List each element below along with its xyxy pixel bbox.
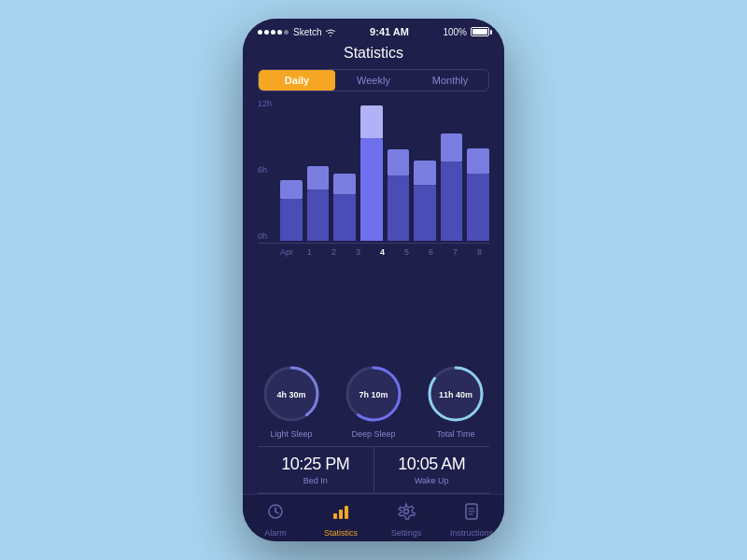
bar-deep[interactable] [333,194,356,241]
bar-group [280,180,303,241]
header: Statistics [243,41,504,69]
nav-label-alarm: Alarm [264,528,287,538]
bar-light[interactable] [467,148,489,174]
bar-group [360,105,383,241]
signal-dots [258,30,289,35]
bar-light[interactable] [333,174,356,194]
x-label-apr: Apr [280,247,293,257]
nav-label-statistics: Statistics [324,528,358,538]
bottom-nav: AlarmStatisticsSettingsInstructions [243,494,504,541]
bar-group [414,161,436,241]
tab-monthly[interactable]: Monthly [412,70,488,91]
carrier-label: Sketch [293,27,322,37]
bar-deep[interactable] [280,199,303,241]
x-label-7: 7 [445,247,465,257]
bar-deep[interactable] [414,185,436,241]
stat-circle-deep-sleep: 7h 10mDeep Sleep [342,362,405,439]
stats-circles: 4h 30mLight Sleep7h 10mDeep Sleep11h 40m… [243,351,504,446]
bar-group [441,133,463,241]
phone-frame: Sketch 9:41 AM 100% Statistics Daily Wee… [243,19,504,541]
nav-item-statistics[interactable]: Statistics [308,502,374,538]
svg-rect-14 [345,506,348,519]
bar-deep[interactable] [307,189,330,241]
svg-text:4h 30m: 4h 30m [276,390,305,399]
y-label-12h: 12h [258,99,272,108]
stat-label: Deep Sleep [351,429,395,439]
wake-time: 10:05 AM [374,455,490,474]
x-label-6: 6 [421,247,441,257]
nav-label-instructions: Instructions [450,528,493,538]
status-left: Sketch [258,27,336,37]
svg-point-15 [404,510,409,514]
chart-area: 12h 6h 0h Apr12345678 [243,99,504,351]
battery-label: 100% [443,27,467,37]
nav-item-instructions[interactable]: Instructions [439,502,504,538]
bed-time-block: 10:25 PM Bed In [258,447,374,493]
period-tabs: Daily Weekly Monthly [258,69,489,91]
bar-light[interactable] [280,180,303,199]
bar-light[interactable] [388,149,410,175]
status-bar: Sketch 9:41 AM 100% [243,19,504,41]
statistics-icon [331,502,350,525]
bar-light[interactable] [307,166,330,189]
y-label-6h: 6h [258,165,272,175]
svg-line-11 [275,511,278,513]
stat-circle-total-time: 11h 40mTotal Time [424,362,487,439]
svg-rect-13 [339,510,343,519]
bars [280,99,489,243]
bar-deep[interactable] [467,174,489,241]
status-right: 100% [443,27,489,37]
wake-time-block: 10:05 AM Wake Up [374,447,490,493]
bar-group [307,166,330,241]
bar-deep[interactable] [441,161,463,241]
bed-time-label: Bed In [258,476,374,485]
instructions-icon [462,502,481,525]
x-label-4: 4 [373,247,392,257]
bar-light[interactable] [414,161,436,185]
bar-deep[interactable] [360,138,383,241]
svg-rect-12 [333,513,337,519]
svg-text:11h 40m: 11h 40m [439,390,472,399]
battery-icon [471,27,489,36]
x-label-1: 1 [300,247,319,257]
x-label-2: 2 [324,247,344,257]
x-axis-labels: Apr12345678 [258,244,489,257]
bar-chart: 12h 6h 0h [258,99,489,244]
wake-time-label: Wake Up [374,476,490,485]
stat-label: Total Time [436,429,474,439]
wifi-icon [325,28,336,36]
times-row: 10:25 PM Bed In 10:05 AM Wake Up [258,446,489,494]
settings-icon [397,502,416,525]
bar-light[interactable] [360,105,383,138]
stat-label: Light Sleep [270,429,312,439]
svg-text:7h 10m: 7h 10m [359,390,388,399]
nav-label-settings: Settings [391,528,422,538]
nav-item-alarm[interactable]: Alarm [243,502,308,538]
x-label-3: 3 [348,247,368,257]
alarm-icon [266,502,285,525]
page-title: Statistics [243,45,504,62]
y-axis-labels: 12h 6h 0h [258,99,272,243]
nav-item-settings[interactable]: Settings [374,502,439,538]
x-label-8: 8 [470,247,489,257]
bar-group [467,148,489,241]
bar-light[interactable] [441,133,463,161]
bar-group [333,174,356,241]
tab-daily[interactable]: Daily [259,70,335,91]
x-label-5: 5 [397,247,416,257]
status-time: 9:41 AM [370,26,409,37]
bar-group [388,149,410,241]
bed-time: 10:25 PM [258,455,374,474]
tab-weekly[interactable]: Weekly [335,70,412,91]
y-label-0h: 0h [258,231,272,241]
bar-deep[interactable] [388,175,410,241]
stat-circle-light-sleep: 4h 30mLight Sleep [260,362,323,439]
